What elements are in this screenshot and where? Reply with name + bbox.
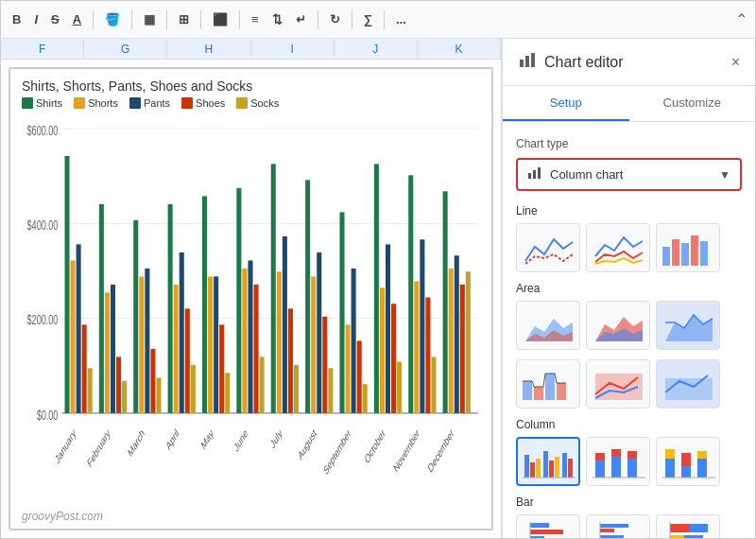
legend-label-shirts: Shirts <box>36 97 62 109</box>
svg-rect-20 <box>139 276 144 413</box>
col-header-g: G <box>84 39 167 59</box>
bold-button[interactable]: B <box>9 10 25 28</box>
svg-text:September: September <box>322 426 352 478</box>
svg-rect-87 <box>662 247 670 266</box>
area-chart-thumb-5[interactable] <box>586 359 650 409</box>
col-header-j: J <box>335 39 418 59</box>
svg-rect-19 <box>133 220 138 413</box>
section-label-column: Column <box>516 418 742 431</box>
svg-rect-89 <box>681 243 689 266</box>
svg-rect-47 <box>322 317 327 413</box>
svg-text:$400.00: $400.00 <box>27 217 59 234</box>
svg-text:February: February <box>86 426 112 470</box>
border-icon[interactable]: ⊞ <box>175 10 193 28</box>
svg-rect-140 <box>670 524 689 532</box>
svg-rect-61 <box>420 239 424 413</box>
column-headers: F G H I J K <box>1 39 501 60</box>
align-left-icon[interactable]: ≡ <box>248 10 263 28</box>
rotate-icon[interactable]: ↻ <box>326 10 344 28</box>
svg-rect-66 <box>455 255 459 413</box>
more-button[interactable]: ... <box>392 10 410 28</box>
legend-item-socks: Socks <box>236 97 279 109</box>
svg-rect-63 <box>431 356 436 413</box>
column-chart-thumb-3[interactable] <box>656 437 720 486</box>
svg-rect-142 <box>670 535 684 538</box>
svg-rect-33 <box>225 373 230 413</box>
svg-text:August: August <box>297 426 318 462</box>
svg-text:$600.00: $600.00 <box>27 122 59 138</box>
svg-rect-107 <box>549 461 554 478</box>
tab-customize[interactable]: Customize <box>629 86 756 121</box>
svg-rect-28 <box>191 365 196 413</box>
line-chart-thumb-2[interactable] <box>586 223 650 272</box>
svg-rect-56 <box>386 244 390 413</box>
svg-rect-84 <box>528 173 531 179</box>
line-chart-thumb-1[interactable] <box>516 223 580 272</box>
svg-rect-86 <box>538 167 541 179</box>
svg-rect-120 <box>665 449 675 459</box>
svg-rect-49 <box>339 212 344 413</box>
table-icon[interactable]: ▦ <box>140 10 159 28</box>
svg-rect-41 <box>283 236 287 413</box>
tab-setup[interactable]: Setup <box>503 86 629 121</box>
expand-button[interactable]: ⌃ <box>735 10 747 28</box>
svg-rect-127 <box>530 530 563 534</box>
svg-rect-29 <box>202 196 207 413</box>
svg-rect-38 <box>260 356 265 413</box>
svg-rect-50 <box>346 324 351 413</box>
dropdown-arrow-icon: ▼ <box>719 168 730 182</box>
svg-rect-113 <box>595 453 605 461</box>
area-chart-thumb-4[interactable] <box>516 359 580 409</box>
svg-rect-11 <box>77 244 81 413</box>
merge-icon[interactable]: ⬛ <box>209 10 232 28</box>
svg-rect-83 <box>531 53 535 67</box>
line-chart-thumb-3[interactable] <box>656 223 720 272</box>
wrap-icon[interactable]: ↵ <box>292 10 310 28</box>
chart-box[interactable]: Shirts, Shorts, Pants, Shoes and Socks S… <box>9 67 493 530</box>
underline-button[interactable]: A <box>69 10 85 28</box>
svg-rect-51 <box>352 269 356 413</box>
editor-title-wrap: Chart editor <box>518 50 624 74</box>
chart-editor-panel: Chart editor × Setup Customize Chart typ… <box>502 39 755 538</box>
svg-text:June: June <box>232 426 249 454</box>
svg-rect-30 <box>208 276 213 413</box>
svg-rect-52 <box>357 340 362 413</box>
line-chart-row <box>516 223 742 272</box>
bar-chart-thumb-2[interactable] <box>586 514 650 538</box>
svg-rect-48 <box>328 368 333 413</box>
area-chart-thumb-2[interactable] <box>586 301 650 350</box>
strikethrough-button[interactable]: S <box>47 10 63 28</box>
function-icon[interactable]: ∑ <box>360 10 376 28</box>
chart-type-dropdown[interactable]: Column chart ▼ <box>516 158 742 191</box>
area-chart-thumb-1[interactable] <box>516 301 580 350</box>
italic-button[interactable]: I <box>30 10 42 28</box>
svg-rect-97 <box>523 381 532 400</box>
col-header-k: K <box>418 39 501 59</box>
svg-marker-102 <box>665 378 713 400</box>
svg-rect-108 <box>555 457 559 478</box>
toolbar-divider-1 <box>93 10 94 29</box>
main-area: F G H I J K Shirts, Shorts, Pants, Shoes… <box>1 39 755 538</box>
svg-rect-46 <box>317 252 321 413</box>
svg-text:March: March <box>127 426 146 460</box>
svg-rect-132 <box>600 524 628 528</box>
svg-rect-36 <box>248 260 252 413</box>
close-button[interactable]: × <box>731 54 740 71</box>
bar-chart-thumb-1[interactable] <box>516 514 580 538</box>
svg-rect-134 <box>600 535 624 538</box>
svg-rect-22 <box>150 349 155 413</box>
toolbar-divider-6 <box>318 10 318 29</box>
area-chart-thumb-6[interactable] <box>656 359 720 409</box>
valign-icon[interactable]: ⇅ <box>268 10 286 28</box>
legend-item-shorts: Shorts <box>74 97 118 109</box>
area-chart-thumb-3[interactable] <box>656 301 720 350</box>
watermark: groovyPost.com <box>22 510 103 523</box>
column-chart-thumb-2[interactable] <box>586 437 650 486</box>
bar-chart-thumb-3[interactable] <box>656 514 720 538</box>
svg-rect-60 <box>414 282 419 413</box>
svg-rect-32 <box>219 324 224 413</box>
column-chart-thumb-1[interactable] <box>516 437 580 486</box>
svg-rect-81 <box>520 60 524 67</box>
paint-bucket-icon[interactable]: 🪣 <box>101 10 124 28</box>
svg-text:$0.00: $0.00 <box>37 407 59 423</box>
